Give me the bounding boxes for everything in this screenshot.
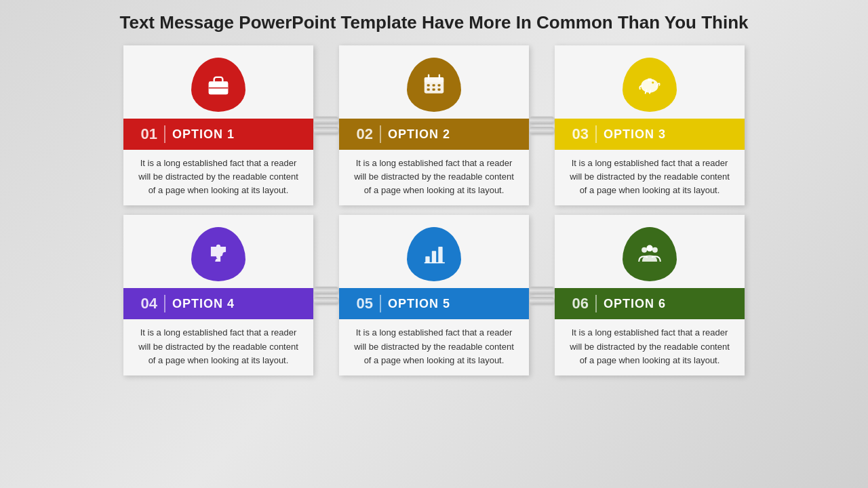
svg-rect-10 xyxy=(427,89,430,91)
card-5: 05 OPTION 5 It is a long established fac… xyxy=(339,215,529,375)
chart-icon xyxy=(421,241,447,267)
card-1-icon-area xyxy=(191,58,245,112)
svg-rect-7 xyxy=(427,84,430,86)
card-2: 02 OPTION 2 It is a long established fac… xyxy=(339,45,529,205)
card-1-divider xyxy=(164,125,165,143)
card-3: 03 OPTION 3 It is a long established fac… xyxy=(555,45,745,205)
card-5-number: 05 xyxy=(349,295,373,312)
card-5-label: OPTION 5 xyxy=(388,297,450,311)
connector-bar-top-4 xyxy=(530,287,554,294)
card-4-icon-area xyxy=(191,227,245,281)
card-5-option-bar: 05 OPTION 5 xyxy=(339,288,529,319)
card-wrapper-4: 04 OPTION 4 It is a long established fac… xyxy=(123,215,313,375)
svg-rect-18 xyxy=(425,257,429,264)
connector-4-5 xyxy=(313,215,339,375)
card-4-divider xyxy=(164,295,165,312)
connector-2-3 xyxy=(529,45,555,205)
connector-bar-top-2 xyxy=(530,117,554,124)
card-6-text: It is a long established fact that a rea… xyxy=(555,326,745,367)
svg-rect-20 xyxy=(438,247,442,263)
svg-point-23 xyxy=(652,247,658,253)
connector-bar-top xyxy=(314,117,338,124)
connector-1-2 xyxy=(313,45,339,205)
connector-bar-bottom xyxy=(314,127,338,134)
card-wrapper-1: 01 OPTION 1 It is a long established fac… xyxy=(123,45,313,205)
group-icon xyxy=(637,241,663,267)
svg-point-24 xyxy=(646,245,653,252)
card-1-label: OPTION 1 xyxy=(172,127,235,142)
card-2-label: OPTION 2 xyxy=(388,127,450,142)
card-1: 01 OPTION 1 It is a long established fac… xyxy=(123,45,313,205)
card-4-text: It is a long established fact that a rea… xyxy=(123,326,313,367)
card-1-option-bar: 01 OPTION 1 xyxy=(123,119,313,150)
card-wrapper-6: 06 OPTION 6 It is a long established fac… xyxy=(555,215,745,375)
svg-point-22 xyxy=(642,247,647,253)
connector-bar-bottom-4 xyxy=(530,297,554,304)
connector-5-6 xyxy=(529,215,555,375)
card-1-text: It is a long established fact that a rea… xyxy=(123,157,313,197)
svg-rect-19 xyxy=(432,251,436,263)
card-6-number: 06 xyxy=(564,295,589,312)
connector-bar-bottom-2 xyxy=(530,127,554,134)
puzzle-icon xyxy=(205,241,231,267)
card-3-text: It is a long established fact that a rea… xyxy=(555,157,745,197)
card-4: 04 OPTION 4 It is a long established fac… xyxy=(123,215,313,375)
row-2: 04 OPTION 4 It is a long established fac… xyxy=(88,215,780,375)
card-3-number: 03 xyxy=(564,125,589,143)
briefcase-icon xyxy=(205,72,231,98)
card-4-label: OPTION 4 xyxy=(172,297,235,311)
card-wrapper-5: 05 OPTION 5 It is a long established fac… xyxy=(339,215,529,375)
svg-rect-9 xyxy=(438,84,441,86)
svg-point-14 xyxy=(652,81,654,83)
card-3-icon-area xyxy=(623,58,677,112)
card-5-text: It is a long established fact that a rea… xyxy=(339,326,529,367)
card-5-icon-area xyxy=(407,227,461,281)
card-3-divider xyxy=(595,125,597,143)
row-1: 01 OPTION 1 It is a long established fac… xyxy=(88,45,780,205)
card-2-icon-area xyxy=(407,58,461,112)
card-5-divider xyxy=(380,295,381,312)
page-title: Text Message PowerPoint Template Have Mo… xyxy=(0,0,868,40)
piggy-icon xyxy=(637,72,663,98)
card-6-label: OPTION 6 xyxy=(604,297,666,311)
connector-bar-top-3 xyxy=(314,287,338,294)
card-6-option-bar: 06 OPTION 6 xyxy=(555,288,745,319)
card-2-text: It is a long established fact that a rea… xyxy=(339,157,529,197)
svg-rect-15 xyxy=(648,79,652,81)
card-2-divider xyxy=(380,125,381,143)
card-2-option-bar: 02 OPTION 2 xyxy=(339,119,529,150)
card-3-label: OPTION 3 xyxy=(604,127,666,142)
svg-rect-4 xyxy=(425,77,444,83)
card-3-option-bar: 03 OPTION 3 xyxy=(555,119,745,150)
main-container: 01 OPTION 1 It is a long established fac… xyxy=(0,40,868,382)
card-6-icon-area xyxy=(623,227,677,281)
svg-rect-12 xyxy=(438,89,441,91)
card-2-number: 02 xyxy=(349,125,373,143)
svg-rect-8 xyxy=(433,84,435,86)
card-6: 06 OPTION 6 It is a long established fac… xyxy=(555,215,745,375)
card-1-number: 01 xyxy=(133,125,157,143)
card-4-number: 04 xyxy=(133,295,157,312)
svg-rect-11 xyxy=(433,89,435,91)
card-4-option-bar: 04 OPTION 4 xyxy=(123,288,313,319)
card-wrapper-3: 03 OPTION 3 It is a long established fac… xyxy=(555,45,745,205)
card-6-divider xyxy=(595,295,597,312)
connector-bar-bottom-3 xyxy=(314,297,338,304)
card-wrapper-2: 02 OPTION 2 It is a long established fac… xyxy=(339,45,529,205)
calendar-icon xyxy=(421,72,447,98)
